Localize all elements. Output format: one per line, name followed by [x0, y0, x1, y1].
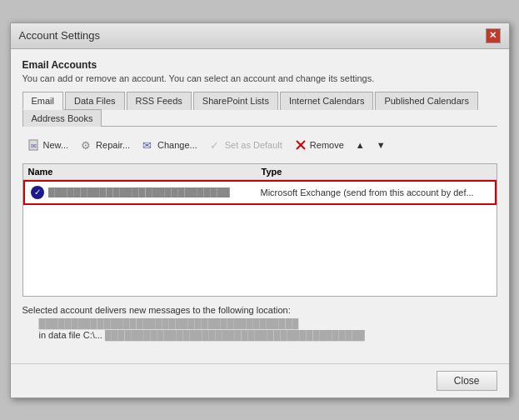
svg-text:✉: ✉: [31, 142, 37, 150]
dialog-footer: Close: [11, 363, 509, 398]
repair-button[interactable]: ⚙ Repair...: [77, 137, 133, 153]
footer-account: ████████████████████████████████████████: [22, 318, 497, 328]
tab-published-calendars[interactable]: Published Calendars: [375, 92, 478, 110]
move-up-button[interactable]: ▲: [352, 138, 368, 152]
table-row[interactable]: ✓ ████████████████████████████ Microsoft…: [23, 180, 497, 205]
tab-bar: Email Data Files RSS Feeds SharePoint Li…: [22, 92, 497, 127]
account-list: Name Type ✓ ████████████████████████████…: [22, 163, 497, 297]
col-type-header: Type: [262, 167, 492, 177]
account-name: ████████████████████████████: [48, 188, 261, 198]
default-account-icon: ✓: [31, 186, 44, 199]
email-toolbar: ✉ New... ⚙ Repair... ✉ C: [22, 133, 497, 157]
remove-icon: [294, 138, 307, 152]
up-arrow-icon: ▲: [356, 140, 365, 150]
account-icon: ✓: [30, 185, 45, 200]
change-icon: ✉: [142, 138, 155, 152]
footer-datafile: in data file C:\... ████████████████████…: [22, 330, 497, 340]
section-header: Email Accounts: [22, 59, 497, 71]
tab-data-files[interactable]: Data Files: [65, 92, 125, 110]
footer-info: Selected account delivers new messages t…: [22, 305, 497, 315]
tab-email[interactable]: Email: [22, 92, 64, 110]
footer-datafile-blurred: ████████████████████████████████████████: [105, 330, 365, 340]
dialog-body: Email Accounts You can add or remove an …: [11, 49, 509, 363]
svg-text:✓: ✓: [210, 139, 219, 152]
svg-text:⚙: ⚙: [81, 139, 91, 152]
tab-sharepoint-lists[interactable]: SharePoint Lists: [193, 92, 278, 110]
title-bar: Account Settings ✕: [11, 23, 509, 49]
new-icon: ✉: [27, 138, 41, 152]
set-default-button[interactable]: ✓ Set as Default: [206, 137, 286, 153]
remove-button[interactable]: Remove: [291, 137, 347, 153]
section-description: You can add or remove an account. You ca…: [22, 73, 497, 83]
svg-text:✉: ✉: [142, 139, 152, 152]
footer-datafile-prefix: in data file C:\...: [39, 330, 102, 340]
tab-rss-feeds[interactable]: RSS Feeds: [127, 92, 192, 110]
tab-internet-calendars[interactable]: Internet Calendars: [280, 92, 374, 110]
account-settings-dialog: Account Settings ✕ Email Accounts You ca…: [10, 22, 510, 398]
footer-account-blurred: ████████████████████████████████████████: [39, 318, 299, 328]
tab-address-books[interactable]: Address Books: [22, 109, 102, 127]
move-down-button[interactable]: ▼: [373, 138, 389, 152]
new-button[interactable]: ✉ New...: [24, 137, 72, 153]
account-type: Microsoft Exchange (send from this accou…: [261, 188, 490, 198]
window-close-button[interactable]: ✕: [486, 28, 501, 43]
repair-icon: ⚙: [80, 138, 93, 152]
col-name-header: Name: [28, 167, 262, 177]
down-arrow-icon: ▼: [377, 140, 386, 150]
close-dialog-button[interactable]: Close: [437, 371, 497, 391]
change-button[interactable]: ✉ Change...: [138, 137, 201, 153]
dialog-title: Account Settings: [19, 29, 101, 42]
list-header: Name Type: [23, 164, 497, 180]
default-icon: ✓: [209, 138, 222, 152]
